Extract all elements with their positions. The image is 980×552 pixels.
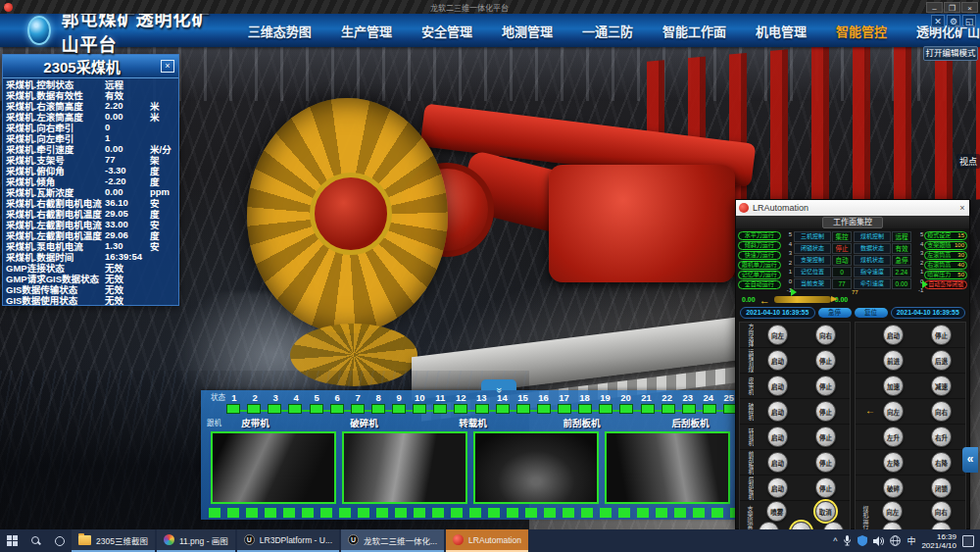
taskbar-cortana-button[interactable]	[48, 529, 72, 552]
control-button[interactable]: 左升	[883, 427, 904, 447]
lr-mode-button[interactable]: 模式设定15	[924, 231, 967, 240]
control-button[interactable]: 停止	[815, 376, 836, 396]
control-button[interactable]: 启动	[767, 350, 788, 371]
control-button[interactable]: 前进	[883, 350, 904, 371]
support-status-square[interactable]	[288, 404, 302, 414]
support-status-square[interactable]	[516, 404, 530, 414]
support-status-square[interactable]	[682, 404, 696, 414]
control-button[interactable]: 右降	[931, 452, 952, 473]
control-button[interactable]: 启动	[767, 452, 788, 473]
reset-pill-button[interactable]: 复位	[855, 308, 888, 318]
microphone-icon[interactable]	[843, 535, 852, 546]
camera-thumbnail[interactable]	[473, 431, 599, 504]
taskbar-app[interactable]: U龙软二三维一体化...	[341, 529, 444, 552]
support-status-square[interactable]	[641, 404, 655, 414]
ime-indicator[interactable]: 中	[906, 534, 915, 547]
collapse-chevron-icon[interactable]: «	[962, 447, 978, 473]
control-button[interactable]: 向左	[883, 401, 904, 422]
tools-icon[interactable]: ✕	[931, 15, 945, 27]
taskbar-app[interactable]: 2305三维截图	[72, 529, 155, 552]
support-status-square[interactable]	[433, 404, 447, 414]
control-button[interactable]: 向左	[767, 325, 788, 345]
support-status-square[interactable]	[392, 404, 406, 414]
control-button[interactable]: 右升	[931, 427, 952, 447]
support-status-square[interactable]	[578, 404, 592, 414]
support-status-square[interactable]	[703, 404, 716, 414]
lr-mode-button[interactable]: 快速刀运行	[738, 251, 781, 260]
taskbar-app[interactable]: LRAutomation	[446, 529, 528, 552]
gear-icon[interactable]: ⚙	[947, 15, 960, 27]
support-status-square[interactable]	[558, 404, 571, 414]
control-button[interactable]: 左降	[883, 452, 904, 473]
lr-mode-button[interactable]: 右滚筒高40	[924, 261, 967, 270]
nav-item[interactable]: 地测管理	[502, 22, 553, 40]
taskbar-start-button[interactable]	[0, 529, 24, 552]
control-button[interactable]: 停止	[815, 401, 836, 422]
support-status-square[interactable]	[537, 404, 551, 414]
control-button[interactable]: 减速	[931, 376, 952, 396]
control-button[interactable]: 启动	[767, 376, 788, 396]
camera-thumbnail[interactable]	[211, 431, 336, 504]
lr-mode-button[interactable]: 记忆单刀运行	[738, 271, 781, 279]
support-status-square[interactable]	[496, 404, 510, 414]
nav-item[interactable]: 智能管控	[836, 22, 887, 40]
edit-mode-button[interactable]: 打开编辑模式	[923, 46, 978, 61]
taskbar-app[interactable]: 11.png - 画图	[157, 529, 235, 552]
clock[interactable]: 16:39 2021/4/10	[921, 532, 956, 550]
control-button[interactable]: 停止	[815, 452, 836, 473]
lr-mode-button[interactable]: 左滚筒高30	[924, 251, 967, 260]
lr-mode-button[interactable]: 倾斜刀运行	[738, 241, 781, 250]
support-status-square[interactable]	[330, 404, 344, 414]
camera-thumbnail[interactable]	[342, 431, 467, 504]
support-status-square[interactable]	[268, 404, 281, 414]
lr-estop-button[interactable]: 自动急停闭锁	[924, 280, 967, 289]
control-button[interactable]: 喷雾	[766, 501, 787, 522]
lr-tab-workface[interactable]: 工作面集控	[822, 217, 883, 228]
support-status-square[interactable]	[454, 404, 467, 414]
control-button[interactable]: 破碎	[883, 477, 904, 498]
support-status-square[interactable]	[619, 404, 633, 414]
speaker-icon[interactable]	[873, 536, 884, 546]
support-status-square[interactable]	[247, 404, 261, 414]
support-status-square[interactable]	[351, 404, 365, 414]
nav-item[interactable]: 安全管理	[421, 22, 472, 40]
control-button[interactable]: 停止	[815, 350, 836, 371]
support-status-square[interactable]	[310, 404, 323, 414]
security-shield-icon[interactable]	[858, 535, 867, 546]
tray-chevron-icon[interactable]: ^	[833, 536, 837, 546]
lr-close-icon[interactable]: ×	[956, 203, 969, 213]
control-button[interactable]: 取消	[815, 501, 836, 522]
lr-mode-button[interactable]: 跟机单刀运行	[738, 261, 781, 270]
control-button[interactable]: 启动	[767, 427, 788, 447]
support-status-square[interactable]	[475, 404, 489, 414]
control-button[interactable]: 向右	[931, 501, 952, 522]
control-button[interactable]: 停止	[815, 427, 836, 447]
control-button[interactable]: 后退	[931, 350, 952, 371]
support-status-square[interactable]	[599, 404, 612, 414]
estop-pill-button[interactable]: 急停	[818, 308, 852, 318]
nav-item[interactable]: 机电管理	[756, 22, 807, 40]
nav-item[interactable]: 生产管理	[341, 22, 392, 40]
control-button[interactable]: 向右	[815, 325, 836, 345]
nav-item[interactable]: 智能工作面	[662, 22, 726, 40]
support-status-square[interactable]	[413, 404, 426, 414]
control-button[interactable]: 启动	[767, 401, 788, 422]
camera-thumbnail[interactable]	[605, 431, 730, 504]
lr-mode-button[interactable]: 喷雾压力50	[924, 271, 967, 279]
control-button[interactable]: 停止	[815, 477, 836, 498]
support-status-square[interactable]	[662, 404, 675, 414]
lr-mode-button[interactable]: 水平刀运行	[738, 231, 781, 240]
control-button[interactable]: 向左	[882, 501, 903, 522]
control-button[interactable]: 停止	[931, 325, 952, 345]
support-status-square[interactable]	[371, 404, 385, 414]
control-button[interactable]: 启动	[883, 325, 904, 345]
control-button[interactable]: 加速	[883, 376, 904, 396]
restore-icon[interactable]: ◱	[962, 15, 976, 27]
taskbar-search-button[interactable]	[24, 529, 48, 552]
control-button[interactable]: 启动	[767, 477, 788, 498]
network-globe-icon[interactable]	[890, 535, 901, 546]
lr-mode-button[interactable]: 支架跟随100	[924, 241, 967, 250]
taskbar-app[interactable]: ULR3DPlatform - U...	[237, 529, 339, 552]
control-button[interactable]: 向右	[931, 401, 952, 422]
minimize-button[interactable]: –	[926, 2, 943, 13]
